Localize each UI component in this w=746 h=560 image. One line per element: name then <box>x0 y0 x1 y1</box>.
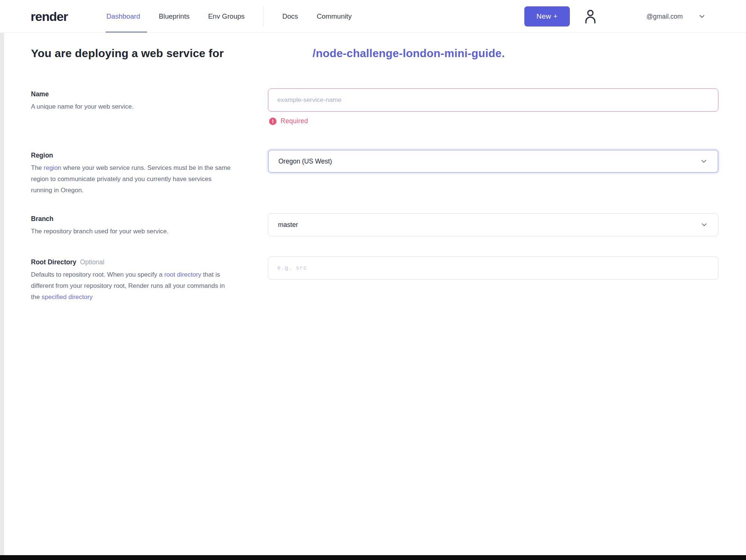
service-name-input[interactable] <box>268 88 718 112</box>
nav-divider <box>263 6 263 27</box>
optional-badge: Optional <box>80 258 104 266</box>
chevron-down-icon <box>700 221 708 229</box>
root-desc-text: Defaults to repository root. When you sp… <box>31 271 164 278</box>
repo-link[interactable]: /node-challenge-london-mini-guide. <box>313 47 505 59</box>
root-directory-input[interactable] <box>268 256 718 280</box>
region-field-info: Region The region where your web service… <box>31 152 234 196</box>
chevron-down-icon <box>698 12 706 21</box>
branch-description: The repository branch used for your web … <box>31 226 234 237</box>
name-description: A unique name for your web service. <box>31 101 234 112</box>
region-selected-value: Oregon (US West) <box>278 158 332 165</box>
region-desc-text-2: where your web service runs. Services mu… <box>31 164 231 194</box>
error-message: Required <box>281 117 308 125</box>
user-icon[interactable] <box>581 7 599 25</box>
region-desc-text: The <box>31 164 44 171</box>
branch-select[interactable]: master <box>268 213 718 236</box>
nav-blueprints[interactable]: Blueprints <box>159 0 190 33</box>
region-select[interactable]: Oregon (US West) <box>268 150 718 173</box>
branch-label: Branch <box>31 215 234 223</box>
nav-docs[interactable]: Docs <box>282 0 298 33</box>
page-title-text: You are deploying a web service for <box>31 47 224 59</box>
root-directory-field-info: Root DirectoryOptional Defaults to repos… <box>31 258 234 303</box>
deploy-web-service-page: render Dashboard Blueprints Env Groups D… <box>0 0 746 560</box>
specified-directory-doc-link[interactable]: specified directory <box>41 293 93 301</box>
account-menu[interactable]: @gmail.com <box>646 0 706 33</box>
window-edge-strip <box>0 33 4 556</box>
branch-selected-value: master <box>278 221 298 229</box>
name-required-error: ! Required <box>269 117 308 125</box>
root-directory-label: Root DirectoryOptional <box>31 258 234 266</box>
root-directory-doc-link[interactable]: root directory <box>164 271 201 278</box>
primary-nav: Dashboard Blueprints Env Groups Docs Com… <box>106 0 352 33</box>
region-label: Region <box>31 152 234 159</box>
page-title: You are deploying a web service for/node… <box>31 47 505 60</box>
nav-dashboard[interactable]: Dashboard <box>106 0 140 33</box>
top-nav-bar: render Dashboard Blueprints Env Groups D… <box>0 0 746 33</box>
root-directory-label-text: Root Directory <box>31 258 77 266</box>
region-description: The region where your web service runs. … <box>31 162 234 196</box>
region-doc-link[interactable]: region <box>44 164 61 171</box>
render-logo[interactable]: render <box>31 0 68 33</box>
name-label: Name <box>31 90 234 98</box>
taskbar-strip <box>0 555 746 560</box>
error-icon: ! <box>269 118 277 125</box>
chevron-down-icon <box>700 157 708 165</box>
root-directory-description: Defaults to repository root. When you sp… <box>31 269 234 303</box>
new-button[interactable]: New + <box>524 6 570 27</box>
branch-field-info: Branch The repository branch used for yo… <box>31 215 234 237</box>
account-email: @gmail.com <box>646 13 683 21</box>
name-field-info: Name A unique name for your web service. <box>31 90 234 112</box>
nav-community[interactable]: Community <box>317 0 352 33</box>
nav-env-groups[interactable]: Env Groups <box>208 0 245 33</box>
